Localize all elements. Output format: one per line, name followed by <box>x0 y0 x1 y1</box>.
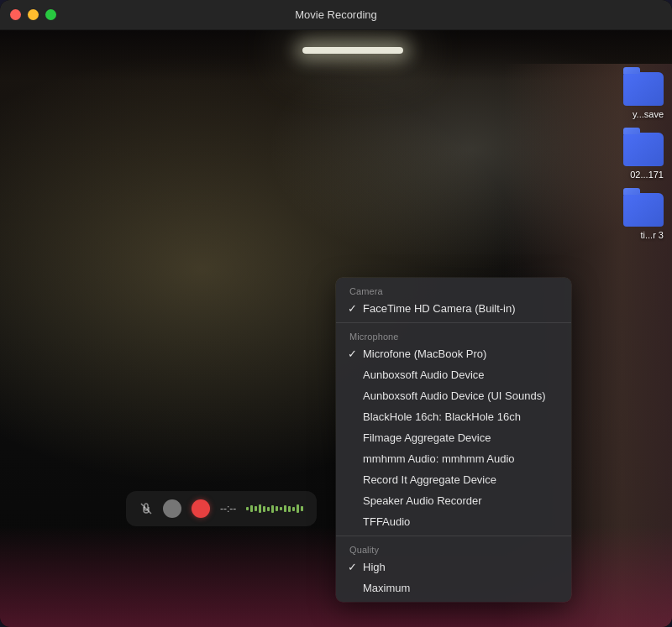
svg-line-0 <box>141 504 151 514</box>
desktop-item-1: y...save <box>623 72 664 119</box>
mic-mmhmm-option[interactable]: mmhmm Audio: mmhmm Audio <box>336 448 571 469</box>
camera-feed: y...save 02...171 ti...r 3 --: <box>0 30 672 627</box>
mic-blackhole-option[interactable]: BlackHole 16ch: BlackHole 16ch <box>336 406 571 427</box>
title-bar: Movie Recording <box>0 0 672 30</box>
mic-filmage-option[interactable]: Filmage Aggregate Device <box>336 427 571 448</box>
settings-dropdown: Camera FaceTime HD Camera (Built-in) Mic… <box>336 278 571 602</box>
audio-bar <box>263 506 265 512</box>
camera-section-label: Camera <box>336 281 571 298</box>
mic-recordit-option[interactable]: Record It Aggregate Device <box>336 469 571 490</box>
ceiling-light <box>302 47 403 54</box>
camera-section: Camera FaceTime HD Camera (Built-in) <box>336 278 571 322</box>
audio-bar <box>284 505 286 512</box>
audio-bar <box>267 507 270 511</box>
mute-icon[interactable] <box>139 502 153 515</box>
folder-icon-2[interactable] <box>623 133 664 166</box>
desktop-item-2: 02...171 <box>623 133 664 180</box>
audio-bar <box>288 506 291 512</box>
audio-bar <box>292 507 295 511</box>
desktop-item-3: ti...r 3 <box>623 193 664 240</box>
close-button[interactable] <box>10 9 21 20</box>
maximize-button[interactable] <box>45 9 56 20</box>
audio-bar <box>250 505 253 512</box>
camera-facetime-option[interactable]: FaceTime HD Camera (Built-in) <box>336 298 571 319</box>
mic-aunboxsoft-option[interactable]: Aunboxsoft Audio Device <box>336 364 571 385</box>
recording-controls: --:-- <box>126 491 317 526</box>
desktop-icons: y...save 02...171 ti...r 3 <box>623 72 664 240</box>
volume-knob[interactable] <box>163 499 181 518</box>
audio-bar <box>259 504 261 513</box>
mic-aunboxsoft-ui-option[interactable]: Aunboxsoft Audio Device (UI Sounds) <box>336 385 571 406</box>
record-button[interactable] <box>192 499 210 518</box>
quality-high-option[interactable]: High <box>336 556 571 577</box>
microphone-section: Microphone Microfone (MacBook Pro) Aunbo… <box>336 322 571 536</box>
audio-bar <box>271 505 274 513</box>
quality-section-label: Quality <box>336 540 571 556</box>
quality-section: Quality High Maximum <box>336 536 571 602</box>
mic-speaker-option[interactable]: Speaker Audio Recorder <box>336 490 571 511</box>
audio-bar <box>255 506 257 511</box>
folder-label-1: y...save <box>633 109 664 119</box>
audio-bar <box>297 504 299 513</box>
microphone-section-label: Microphone <box>336 327 571 343</box>
minimize-button[interactable] <box>28 9 39 20</box>
time-display: --:-- <box>220 503 236 515</box>
audio-level-indicator <box>246 503 303 515</box>
mic-macbook-option[interactable]: Microfone (MacBook Pro) <box>336 343 571 364</box>
mic-tffaudio-option[interactable]: TFFAudio <box>336 511 571 532</box>
audio-bar <box>276 506 278 511</box>
folder-label-2: 02...171 <box>630 170 664 180</box>
movie-recording-window: Movie Recording y...save 02...171 ti...r… <box>0 0 672 627</box>
folder-label-3: ti...r 3 <box>640 230 664 240</box>
audio-bar <box>246 507 249 510</box>
quality-maximum-option[interactable]: Maximum <box>336 577 571 598</box>
audio-bar <box>301 506 303 511</box>
folder-icon-3[interactable] <box>623 193 664 227</box>
window-title: Movie Recording <box>295 8 377 21</box>
audio-bar <box>280 507 282 510</box>
traffic-lights <box>10 9 56 20</box>
folder-icon-1[interactable] <box>623 72 664 106</box>
